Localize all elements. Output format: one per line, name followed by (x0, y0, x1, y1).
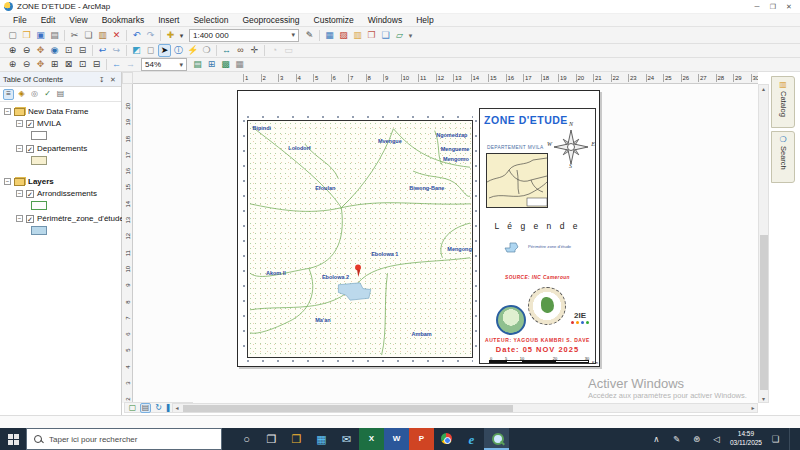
mvila-symbol-swatch[interactable] (31, 131, 47, 140)
save-icon[interactable]: ▣ (34, 29, 47, 42)
menu-geoprocessing[interactable]: Geoprocessing (235, 15, 306, 25)
menu-insert[interactable]: Insert (151, 15, 186, 25)
layer-checkbox[interactable] (26, 215, 34, 223)
collapse-icon[interactable] (16, 215, 23, 222)
toolbar-overflow-icon[interactable]: ▾ (407, 29, 414, 42)
attribute-table-icon[interactable]: ▦ (323, 29, 336, 42)
change-layout-icon[interactable]: ▩ (219, 58, 232, 71)
close-panel-icon[interactable]: ✕ (108, 74, 118, 84)
html-popup-icon[interactable]: ❍ (200, 44, 213, 57)
zoom-whole-page-icon[interactable]: ⊞ (48, 58, 61, 71)
layout-zoom-in-icon[interactable]: ⊕ (6, 58, 19, 71)
layer-checkbox[interactable] (26, 120, 34, 128)
viewer-window-icon[interactable]: ▭ (282, 44, 295, 57)
menu-help[interactable]: Help (409, 15, 440, 25)
list-by-drawing-order-icon[interactable]: ≡ (3, 89, 14, 100)
menu-bookmarks[interactable]: Bookmarks (95, 15, 152, 25)
scroll-down-arrow-icon[interactable]: ▾ (759, 395, 768, 402)
map-scale-combo[interactable]: 1:400 000 ▾ (189, 29, 299, 42)
menu-customize[interactable]: Customize (307, 15, 361, 25)
model-builder-icon[interactable]: ▱ (393, 29, 406, 42)
layout-back-extent-icon[interactable]: ← (110, 58, 123, 71)
list-by-selection-icon[interactable]: ✓ (42, 89, 53, 100)
clear-selection-icon[interactable]: ◻ (144, 44, 157, 57)
zoom-in-icon[interactable]: ⊕ (6, 44, 19, 57)
taskbar-search-input[interactable]: Taper ici pour rechercher (26, 428, 222, 450)
arctoolbox-icon[interactable]: ▨ (337, 29, 350, 42)
menu-windows[interactable]: Windows (361, 15, 409, 25)
toc-layer-arrondissements[interactable]: Arrondissements (4, 188, 121, 199)
print-icon[interactable]: ▤ (48, 29, 61, 42)
minimize-button-icon[interactable]: ─ (750, 1, 764, 12)
tab-search[interactable]: ❍ Search (771, 131, 795, 183)
menu-view[interactable]: View (62, 15, 94, 25)
close-button-icon[interactable]: ✕ (782, 1, 796, 12)
back-extent-icon[interactable]: ↩ (96, 44, 109, 57)
layer-checkbox[interactable] (26, 190, 34, 198)
arrondissements-symbol-swatch[interactable] (31, 201, 47, 210)
tray-volume-icon[interactable]: ◁ (710, 432, 723, 446)
editor-pencil-icon[interactable]: ✎ (303, 29, 316, 42)
cut-icon[interactable]: ✂ (68, 29, 81, 42)
layout-zoom-out-icon[interactable]: ⊖ (20, 58, 33, 71)
add-data-caret-icon[interactable]: ▾ (178, 29, 185, 42)
zoom-out-icon[interactable]: ⊖ (20, 44, 33, 57)
focus-data-frame-icon[interactable]: ⊞ (205, 58, 218, 71)
horizontal-scrollbar[interactable]: ◂ ▸ (172, 403, 758, 413)
collapse-icon[interactable] (16, 120, 23, 127)
tab-catalog[interactable]: ▥ Catalog (771, 76, 795, 128)
mail-icon[interactable]: ✉ (334, 428, 359, 450)
refresh-view-icon[interactable]: ↻ (153, 403, 164, 413)
full-extent-globe-icon[interactable]: ◉ (48, 44, 61, 57)
toc-layer-perimetre[interactable]: Périmétre_zone_d'étude (4, 213, 121, 224)
excel-icon[interactable]: X (359, 428, 384, 450)
new-document-icon[interactable]: ▢ (6, 29, 19, 42)
pan-hand-icon[interactable]: ✥ (34, 44, 47, 57)
data-driven-pages-icon[interactable]: ▦ (233, 58, 246, 71)
go-to-xy-icon[interactable]: ✛ (248, 44, 261, 57)
redo-icon[interactable]: ↷ (144, 29, 157, 42)
layout-fixed-zoom-out-icon[interactable]: ⊟ (90, 58, 103, 71)
find-binoculars-icon[interactable]: ∞ (234, 44, 247, 57)
scroll-left-arrow-icon[interactable]: ◂ (173, 404, 181, 413)
fixed-zoom-in-icon[interactable]: ⊡ (62, 44, 75, 57)
toc-layer-departements[interactable]: Departements (4, 143, 121, 154)
microsoft-store-icon[interactable]: ▦ (309, 428, 334, 450)
word-icon[interactable]: W (384, 428, 409, 450)
layout-page[interactable]: BipindiLolodorfMvengueNgomedzapMenguemeM… (237, 90, 600, 367)
toc-frame-layers[interactable]: Layers (4, 176, 121, 187)
map-surround-panel[interactable]: ZONE D'ETUDE N W E S DEPARTEMENT MVILA (479, 108, 596, 364)
layout-view-icon[interactable]: ▤ (140, 403, 151, 413)
paste-icon[interactable]: ▥ (96, 29, 109, 42)
menu-file[interactable]: File (6, 15, 34, 25)
scroll-up-arrow-icon[interactable]: ▴ (759, 85, 768, 92)
undo-icon[interactable]: ↶ (130, 29, 143, 42)
time-slider-icon[interactable]: ◔ (268, 44, 281, 57)
tray-network-icon[interactable]: ⊛ (690, 432, 703, 446)
layout-forward-extent-icon[interactable]: → (124, 58, 137, 71)
list-by-visibility-icon[interactable]: ◎ (29, 89, 40, 100)
copy-icon[interactable]: ❏ (82, 29, 95, 42)
menu-selection[interactable]: Selection (186, 15, 235, 25)
layout-zoom-combo[interactable]: 54% ▾ (141, 58, 187, 71)
layout-fixed-zoom-in-icon[interactable]: ⊡ (76, 58, 89, 71)
measure-icon[interactable]: ↔ (220, 44, 233, 57)
collapse-icon[interactable] (4, 108, 11, 115)
toggle-draft-mode-icon[interactable]: ▤ (191, 58, 204, 71)
show-desktop-button[interactable] (789, 428, 792, 450)
maximize-button-icon[interactable]: ❐ (766, 1, 780, 12)
select-elements-arrow-icon[interactable]: ➤ (158, 44, 171, 57)
identify-icon[interactable]: ⓘ (172, 44, 185, 57)
scroll-right-arrow-icon[interactable]: ▸ (749, 404, 757, 413)
open-folder-icon[interactable]: ❒ (20, 29, 33, 42)
edge-icon[interactable]: e (459, 428, 484, 450)
arccatalog-icon[interactable]: ▥ (351, 29, 364, 42)
toc-options-icon[interactable]: ▤ (55, 89, 66, 100)
map-data-frame[interactable]: BipindiLolodorfMvengueNgomedzapMenguemeM… (247, 120, 473, 358)
auto-hide-pin-icon[interactable]: ↧ (97, 74, 107, 84)
notification-center-icon[interactable]: ❏ (769, 432, 782, 446)
tray-pen-icon[interactable]: ✎ (670, 432, 683, 446)
chrome-icon[interactable] (434, 428, 459, 450)
select-features-icon[interactable]: ◩ (130, 44, 143, 57)
hyperlink-lightning-icon[interactable]: ⚡ (186, 44, 199, 57)
